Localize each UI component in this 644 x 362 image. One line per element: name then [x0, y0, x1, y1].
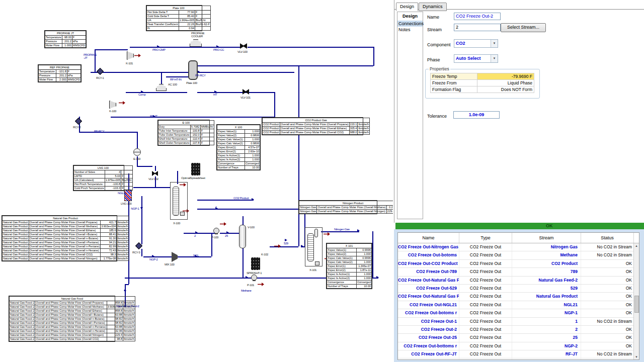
- stream-line: [373, 47, 374, 66]
- energy-stream[interactable]: [258, 283, 264, 286]
- energy-stream[interactable]: [220, 222, 226, 226]
- equipment-x-100-column[interactable]: [173, 187, 179, 216]
- property-value[interactable]: -79.9690 F: [477, 73, 534, 80]
- property-row-freeze-temp[interactable]: Freeze Temp-79.9690 F: [431, 73, 534, 80]
- name-input[interactable]: CO2 Freeze Out-2: [454, 13, 501, 20]
- result-row[interactable]: CO2 Freeze Out-CO2 ProductCO2 Freeze Out…: [398, 260, 639, 268]
- stream-line: [133, 187, 170, 188]
- flowsheet-table-plate-100[interactable]: Plate 100Hot Side Delta T77.90FCold Side…: [146, 5, 202, 31]
- nav-item-notes[interactable]: Notes: [397, 27, 423, 33]
- stream-input[interactable]: 2: [454, 24, 501, 31]
- flowsheet-table-lng-100[interactable]: LNG 100Number of Sides3LMTD5.03FUA (Calc…: [73, 165, 124, 191]
- table-cell: 63.88: [107, 313, 123, 317]
- table-row: Xspec Is Active(1)1.000: [217, 154, 260, 158]
- equipment-e-100[interactable]: [133, 148, 141, 156]
- equipment-vlv-101[interactable]: [243, 89, 249, 95]
- property-row-freeze-from[interactable]: Freeze FromLiquid Phase: [431, 80, 534, 86]
- scroll-down-icon[interactable]: ▼: [634, 354, 639, 359]
- result-row[interactable]: CO2 Freeze Out-789CO2 Freeze Out789OK: [398, 268, 639, 276]
- table-cell: Hot Side Delta T: [147, 11, 179, 15]
- result-row[interactable]: CO2 Freeze Out-Natural Gas FeedCO2 Freez…: [398, 277, 639, 285]
- scrollbar-thumb[interactable]: [634, 296, 639, 313]
- equipment-propane-cooler[interactable]: [190, 39, 202, 47]
- results-header-stream[interactable]: Stream: [512, 233, 581, 243]
- results-header-name[interactable]: Name: [398, 233, 459, 243]
- result-row[interactable]: CO2 Freeze Out-RF-JTCO2 Freeze OutRF-JTN…: [398, 350, 639, 358]
- result-row[interactable]: CO2 Freeze Out-25CO2 Freeze Out25OK: [398, 334, 639, 342]
- result-row[interactable]: CO2 Freeze Out-botomsCO2 Freeze OutMetha…: [398, 251, 639, 259]
- flowsheet-table-nitrogen-product[interactable]: Nitrogen ProductNitrogen GasOverall and …: [298, 200, 377, 214]
- energy-stream[interactable]: [324, 232, 330, 236]
- result-row[interactable]: CO2 Freeze Out-Nitrogen GasCO2 Freeze Ou…: [398, 243, 639, 251]
- flowsheet-table-natural-gas-feed[interactable]: Natural Gas FeedNatural Gas Feed-2Overal…: [9, 296, 115, 342]
- equipment-rcy-1[interactable]: [97, 68, 104, 75]
- table-cell: 3: [105, 170, 121, 174]
- flowsheet-table-x-100[interactable]: X 100Xspec Value(1)1.000Xspec Value(2)0.…: [216, 124, 261, 170]
- table-cell: Overall and Phase Comp Molar Flow (Overa…: [29, 241, 100, 245]
- equipment-vlv-102[interactable]: [152, 171, 158, 176]
- results-header-status[interactable]: Status: [581, 233, 634, 243]
- result-row[interactable]: CO2 Freeze Out-NGL21CO2 Freeze OutNGL21O…: [398, 301, 639, 309]
- property-value[interactable]: Liquid Phase: [477, 80, 534, 86]
- equipment-k-100[interactable]: [109, 101, 116, 109]
- flowsheet-table-co2-product-gas[interactable]: CO2 Product GasCO2 ProductOverall and Ph…: [262, 117, 363, 135]
- phase-dropdown[interactable]: Auto Select ▼: [454, 54, 498, 63]
- property-row-formation-flag[interactable]: Formation FlagDoes NOT Form: [431, 86, 534, 93]
- result-stream: NGL21: [512, 301, 581, 309]
- equipment-x-101-reboiler[interactable]: [315, 261, 319, 265]
- equipment-k-101[interactable]: [127, 51, 134, 60]
- chevron-down-icon[interactable]: ▼: [491, 40, 498, 47]
- equipment-p-101[interactable]: [251, 275, 257, 281]
- tab-dynamics[interactable]: Dynamics: [419, 3, 447, 11]
- result-row[interactable]: CO2 Freeze Out-Natural Gas ProdCO2 Freez…: [398, 293, 639, 301]
- result-row[interactable]: CO2 Freeze Out-529CO2 Freeze Out529OK: [398, 285, 639, 293]
- energy-stream[interactable]: [274, 244, 281, 248]
- equipment-mix-100[interactable]: [172, 252, 178, 262]
- results-header-type[interactable]: Type: [459, 233, 512, 243]
- energy-stream[interactable]: [134, 54, 141, 57]
- equipment-vlv-100[interactable]: [240, 43, 247, 49]
- flowsheet-table-natural-gas-product[interactable]: Natural Gas ProductNatural Gas ProductOv…: [2, 215, 117, 261]
- result-row[interactable]: CO2 Freeze Out-botoms rCO2 Freeze OutNGP…: [398, 309, 639, 317]
- equipment-plate-100[interactable]: [188, 60, 198, 80]
- results-scrollbar[interactable]: ▲ ▼: [633, 243, 639, 359]
- equipment-p-100[interactable]: [213, 228, 219, 234]
- table-cell: Shell Outlet Temperature: [158, 141, 191, 145]
- equipment-v-100[interactable]: [239, 225, 246, 248]
- result-row[interactable]: CO2 Freeze Out-bottoms rCO2 Freeze OutNG…: [398, 342, 639, 350]
- equipment-sprdsht-1[interactable]: [251, 257, 260, 270]
- property-value[interactable]: Does NOT Form: [477, 86, 534, 93]
- tolerance-input[interactable]: 1.0e-09: [453, 111, 500, 119]
- tab-design[interactable]: Design: [396, 3, 418, 11]
- equipment-optimal-spreadsheet[interactable]: [191, 163, 200, 175]
- result-type: CO2 Freeze Out: [459, 301, 512, 309]
- flowsheet-table-ref-propane[interactable]: REF PROPANETemperature-101.8FPressure201…: [38, 64, 82, 82]
- equipment-ac-100[interactable]: [156, 84, 167, 91]
- pfd-canvas[interactable]: PROPANE COOLERPRO-CMPPRO-CCVLV-100PROPAN…: [0, 0, 393, 362]
- result-row[interactable]: CO2 Freeze Out-PR-JTCO2 Freeze OutPR-JTN…: [398, 358, 639, 360]
- equipment-label-vlv-102: VLV-102: [148, 177, 158, 180]
- table-row: Heat Transfer Coefficient22.26Btu/hr-ft2…: [147, 23, 211, 27]
- scroll-up-icon[interactable]: ▲: [634, 243, 639, 248]
- table-cell: Nitrogen Gas: [299, 206, 317, 210]
- equipment-x-100-reboiler[interactable]: [180, 212, 185, 216]
- table-title: Plate 100: [147, 6, 211, 11]
- table-title: Natural Gas Feed: [10, 297, 135, 301]
- result-name: CO2 Freeze Out-RF-JT: [398, 350, 459, 358]
- equipment-x-101-column[interactable]: [307, 233, 314, 261]
- flowsheet-table-e-100[interactable]: E-100Duty5.7082MMBtu/hrTube Inlet Temper…: [157, 120, 210, 146]
- component-dropdown[interactable]: CO2 ▼: [454, 39, 498, 48]
- equipment-x-101-condenser[interactable]: [314, 229, 318, 237]
- flowsheet-table-propane-jt[interactable]: PROPANE JTTemperature-98.00FPressure201.…: [44, 30, 87, 48]
- stream-line: [137, 166, 152, 167]
- table-cell: lbmole/h: [123, 313, 135, 317]
- select-stream-button[interactable]: Select Stream...: [501, 23, 546, 32]
- table-cell: 201.2: [62, 40, 72, 44]
- energy-stream[interactable]: [119, 101, 125, 105]
- equipment-rcy-2[interactable]: [75, 118, 82, 125]
- result-row[interactable]: CO2 Freeze Out-2CO2 Freeze Out2OK: [398, 326, 639, 334]
- nav-item-connections[interactable]: Connections: [397, 21, 423, 27]
- chevron-down-icon[interactable]: ▼: [491, 55, 498, 62]
- result-row[interactable]: CO2 Freeze Out-1CO2 Freeze Out1No CO2 in…: [398, 318, 639, 326]
- flowsheet-table-x-101[interactable]: X 101Xspec Value(1)0.9996Xspec Value(2)1…: [326, 243, 372, 289]
